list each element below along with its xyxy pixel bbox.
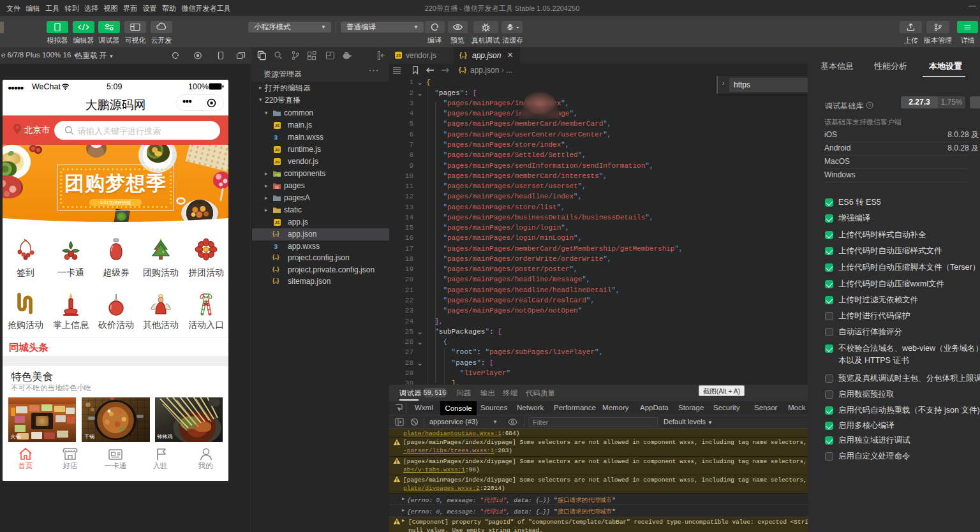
- svg-text:?: ?: [868, 103, 871, 108]
